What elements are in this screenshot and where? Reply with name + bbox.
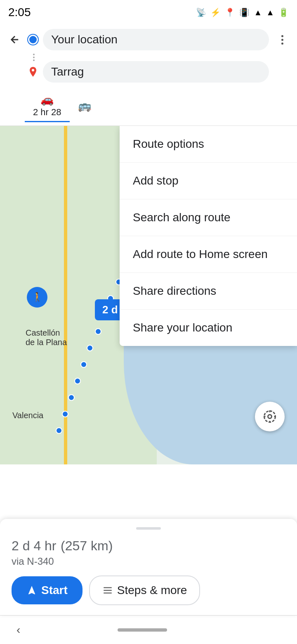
map: 2 d 4 hr Castellónde la Plana Valencia B… bbox=[0, 126, 297, 464]
destination-row bbox=[28, 54, 290, 61]
route-dot bbox=[95, 328, 101, 335]
nav-back-button[interactable]: ‹ bbox=[16, 623, 20, 637]
route-dots bbox=[33, 54, 35, 61]
svg-point-2 bbox=[264, 411, 276, 422]
transport-modes: 🚗 2 hr 28 🚌 bbox=[0, 87, 297, 126]
svg-point-0 bbox=[32, 69, 34, 71]
route-via: via N-340 bbox=[12, 556, 285, 567]
route-title: 2 d 4 hr (257 km) bbox=[12, 536, 285, 554]
route-dot bbox=[56, 427, 62, 434]
dropdown-menu: Route options Add stop Search along rout… bbox=[120, 126, 297, 346]
city-label-castellon: Castellónde la Plana bbox=[26, 328, 67, 347]
wifi-icon: ▲ bbox=[254, 8, 262, 17]
start-button[interactable]: Start bbox=[12, 576, 82, 604]
gps-button[interactable] bbox=[255, 402, 285, 431]
steps-more-button[interactable]: Steps & more bbox=[89, 575, 200, 605]
menu-item-search-along-route[interactable]: Search along route bbox=[120, 199, 297, 236]
origin-row: Your location bbox=[7, 29, 290, 50]
route-dot bbox=[74, 378, 81, 384]
destination-row: Tarrag bbox=[7, 61, 290, 83]
menu-item-route-options[interactable]: Route options bbox=[120, 126, 297, 163]
status-bar: 2:05 📡 ⚡ 📍 📳 ▲ ▲ 🔋 bbox=[0, 0, 297, 25]
cast-icon: 📡 bbox=[196, 7, 206, 17]
vibrate-icon: 📳 bbox=[239, 7, 250, 17]
nav-home-pill[interactable] bbox=[118, 628, 167, 632]
more-button[interactable] bbox=[274, 31, 290, 48]
spacer bbox=[7, 64, 23, 80]
bluetooth-icon: ⚡ bbox=[210, 7, 221, 17]
back-button[interactable] bbox=[7, 31, 23, 48]
route-dot bbox=[80, 361, 87, 368]
battery-icon: 🔋 bbox=[278, 7, 289, 17]
route-dot bbox=[62, 411, 68, 417]
menu-item-add-route-home[interactable]: Add route to Home screen bbox=[120, 236, 297, 273]
origin-input[interactable]: Your location bbox=[43, 29, 269, 50]
walker-icon: 🚶 bbox=[27, 287, 47, 308]
bottom-sheet: 2 d 4 hr (257 km) via N-340 Start Steps … bbox=[0, 519, 297, 615]
nav-bar: ‹ bbox=[0, 615, 297, 644]
transit-icon: 🚌 bbox=[78, 99, 91, 112]
destination-pin-icon bbox=[28, 67, 38, 77]
destination-input[interactable]: Tarrag bbox=[43, 61, 269, 83]
sheet-handle bbox=[136, 527, 161, 530]
location-icon: 📍 bbox=[225, 7, 235, 17]
signal-icon: ▲ bbox=[266, 8, 274, 17]
route-dot bbox=[87, 345, 93, 351]
car-time: 2 hr 28 bbox=[33, 107, 61, 118]
svg-point-1 bbox=[268, 415, 272, 419]
menu-item-add-stop[interactable]: Add stop bbox=[120, 163, 297, 199]
menu-item-share-directions[interactable]: Share directions bbox=[120, 273, 297, 310]
bottom-actions: Start Steps & more bbox=[12, 575, 285, 605]
search-area: Your location Tarrag bbox=[0, 25, 297, 87]
origin-dot bbox=[28, 35, 38, 45]
car-icon: 🚗 bbox=[40, 93, 54, 106]
route-dot bbox=[68, 394, 75, 401]
transport-transit[interactable]: 🚌 bbox=[70, 96, 99, 116]
time: 2:05 bbox=[8, 6, 31, 19]
menu-item-share-location[interactable]: Share your location bbox=[120, 310, 297, 346]
transport-car[interactable]: 🚗 2 hr 28 bbox=[25, 90, 70, 122]
status-icons: 📡 ⚡ 📍 📳 ▲ ▲ 🔋 bbox=[196, 7, 289, 17]
city-label-valencia: Valencia bbox=[12, 411, 43, 420]
